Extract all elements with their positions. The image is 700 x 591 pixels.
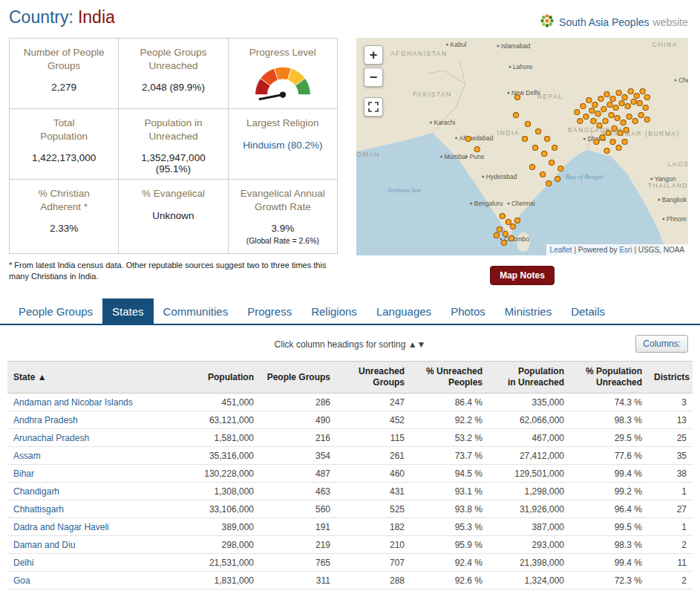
col-header-unreached-groups[interactable]: Unreached Groups (336, 362, 410, 394)
people-group-marker[interactable] (525, 121, 530, 126)
people-group-marker[interactable] (622, 139, 627, 144)
columns-button[interactable]: Columns: (635, 335, 688, 353)
people-group-marker[interactable] (631, 99, 636, 104)
people-group-marker[interactable] (616, 145, 621, 150)
people-group-marker[interactable] (592, 102, 598, 107)
col-header-population[interactable]: Population (193, 362, 260, 394)
col-header-districts[interactable]: Districts (648, 362, 693, 394)
people-group-marker[interactable] (603, 118, 608, 123)
col-header-people-groups[interactable]: People Groups (260, 362, 336, 394)
people-group-marker[interactable] (508, 235, 514, 241)
people-group-marker[interactable] (607, 102, 612, 107)
people-group-marker[interactable] (595, 111, 601, 116)
people-group-marker[interactable] (604, 91, 609, 97)
tab-states[interactable]: States (102, 298, 154, 324)
tab-photos[interactable]: Photos (441, 298, 495, 324)
people-group-marker[interactable] (634, 93, 639, 98)
tab-communities[interactable]: Communities (154, 298, 238, 324)
people-group-marker[interactable] (621, 120, 626, 125)
people-group-marker[interactable] (625, 103, 630, 108)
people-group-marker[interactable] (606, 130, 611, 135)
people-group-marker[interactable] (540, 172, 546, 177)
people-group-marker[interactable] (535, 128, 540, 134)
state-link[interactable]: Arunachal Pradesh (13, 433, 89, 443)
people-group-marker[interactable] (578, 118, 583, 123)
state-link[interactable]: Chandigarh (13, 486, 59, 497)
people-group-marker[interactable] (627, 114, 632, 119)
people-group-marker[interactable] (513, 112, 518, 117)
people-group-marker[interactable] (549, 160, 555, 165)
people-group-marker[interactable] (497, 226, 502, 232)
state-link[interactable]: Bihar (13, 468, 34, 479)
people-group-marker[interactable] (501, 240, 506, 245)
state-link[interactable]: Daman and Diu (13, 540, 75, 550)
people-group-marker[interactable] (586, 97, 592, 102)
people-group-marker[interactable] (558, 166, 563, 171)
fullscreen-button[interactable] (364, 97, 383, 117)
people-group-marker[interactable] (598, 96, 603, 101)
people-group-marker[interactable] (529, 164, 534, 169)
col-header-pct-unreached-peoples[interactable]: % Unreached Peoples (410, 362, 488, 394)
people-group-marker[interactable] (580, 103, 586, 108)
people-group-marker[interactable] (503, 231, 508, 236)
people-group-marker[interactable] (610, 139, 615, 144)
people-group-marker[interactable] (628, 88, 633, 94)
zoom-in-button[interactable]: + (364, 45, 383, 65)
people-group-marker[interactable] (632, 118, 638, 123)
people-group-marker[interactable] (644, 117, 650, 122)
people-group-marker[interactable] (601, 106, 606, 111)
people-group-marker[interactable] (494, 232, 499, 238)
people-group-marker[interactable] (552, 145, 557, 150)
tab-details[interactable]: Details (561, 298, 615, 324)
people-group-marker[interactable] (474, 146, 480, 151)
map[interactable]: KabulIslamabadAFGHANISTANLahorePAKISTANN… (356, 38, 688, 255)
people-group-marker[interactable] (597, 123, 602, 128)
leaflet-link[interactable]: Leaflet (550, 246, 572, 254)
tab-people-groups[interactable]: People Groups (9, 298, 102, 324)
people-group-marker[interactable] (545, 136, 550, 141)
people-group-marker[interactable] (465, 136, 471, 141)
people-group-marker[interactable] (640, 88, 645, 94)
people-group-marker[interactable] (589, 108, 595, 113)
state-link[interactable]: Delhi (13, 558, 33, 568)
people-group-marker[interactable] (522, 136, 527, 141)
people-group-marker[interactable] (637, 100, 642, 105)
people-group-marker[interactable] (514, 94, 520, 99)
people-group-marker[interactable] (500, 213, 505, 218)
people-group-marker[interactable] (612, 125, 617, 131)
people-group-marker[interactable] (613, 105, 618, 110)
state-link[interactable]: Andaman and Nicobar Islands (13, 397, 133, 408)
col-header-state[interactable]: State ▲ (7, 362, 193, 394)
people-group-marker[interactable] (610, 96, 615, 101)
people-group-marker[interactable] (510, 223, 515, 229)
people-group-marker[interactable] (600, 134, 605, 140)
people-group-marker[interactable] (604, 148, 609, 153)
people-group-marker[interactable] (546, 180, 552, 186)
south-asia-peoples-link[interactable]: South Asia Peoples (559, 16, 649, 28)
state-link[interactable]: Andhra Pradesh (13, 415, 78, 425)
people-group-marker[interactable] (643, 105, 648, 110)
largest-religion-link[interactable]: Hinduism (80.2%) (243, 140, 322, 151)
people-group-marker[interactable] (591, 118, 596, 123)
people-group-marker[interactable] (624, 127, 629, 132)
tab-religions[interactable]: Religions (301, 298, 367, 324)
col-header-population-in-unreached[interactable]: Population in Unreached (488, 362, 570, 394)
map-notes-button[interactable]: Map Notes (490, 266, 555, 285)
people-group-marker[interactable] (532, 145, 537, 150)
col-header-pct-population-unreached[interactable]: % Population Unreached (570, 362, 648, 394)
people-group-marker[interactable] (609, 112, 614, 117)
people-group-marker[interactable] (644, 94, 650, 99)
zoom-out-button[interactable]: − (364, 68, 383, 87)
people-group-marker[interactable] (594, 139, 599, 144)
people-group-marker[interactable] (514, 218, 520, 223)
tab-languages[interactable]: Languages (367, 298, 441, 324)
esri-link[interactable]: Esri (619, 246, 632, 254)
people-group-marker[interactable] (619, 100, 624, 105)
people-group-marker[interactable] (506, 219, 511, 224)
people-group-marker[interactable] (618, 130, 623, 135)
state-link[interactable]: Goa (13, 575, 30, 586)
state-link[interactable]: Assam (13, 451, 41, 461)
people-group-marker[interactable] (542, 151, 547, 156)
tab-ministries[interactable]: Ministries (495, 298, 561, 324)
people-group-marker[interactable] (583, 114, 589, 119)
